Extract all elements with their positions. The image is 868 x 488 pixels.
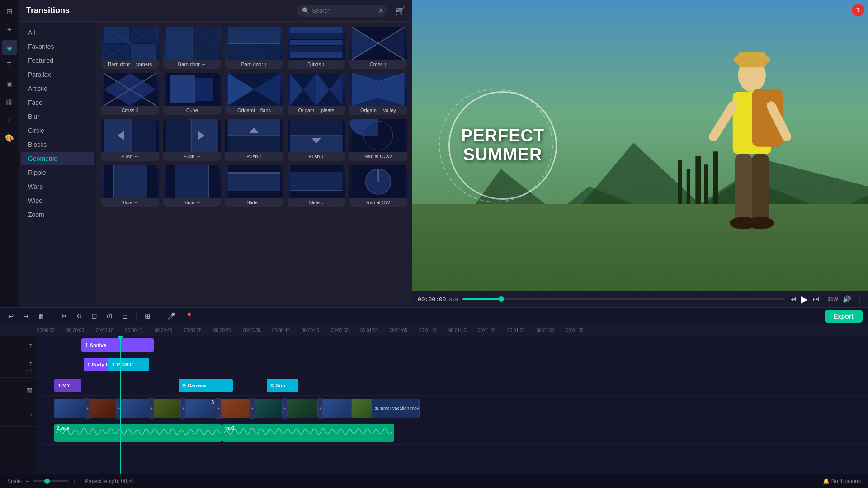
sidebar-icon-audio[interactable]: ♪: [2, 112, 17, 127]
svg-line-4: [130, 43, 156, 60]
cut-button[interactable]: ✂: [59, 310, 70, 322]
search-clear-icon[interactable]: ✕: [378, 6, 384, 15]
help-button[interactable]: ?: [852, 4, 864, 16]
transition-slide1[interactable]: Slide ←: [101, 165, 159, 207]
clip-camera[interactable]: ◎Camera: [179, 379, 233, 392]
transition-blinds[interactable]: Blinds ↕: [288, 27, 345, 69]
transition-marker-4[interactable]: ◈: [181, 398, 185, 419]
category-fade[interactable]: Fade: [21, 96, 94, 109]
transition-push-left[interactable]: Push ←: [101, 119, 159, 161]
category-all[interactable]: All: [21, 26, 94, 39]
transition-push-down[interactable]: Push ↓: [288, 119, 345, 161]
audio-clip-1[interactable]: 2.wav // Generate wave bars inline const…: [54, 424, 222, 442]
progress-thumb[interactable]: [499, 296, 504, 302]
forward-button[interactable]: ⏭: [812, 295, 820, 303]
transition-origami-pleats[interactable]: Origami – pleats: [288, 73, 345, 115]
video-clip-2[interactable]: [90, 399, 117, 418]
overlay-button[interactable]: ⊞: [142, 310, 153, 322]
transition-radial-ccw[interactable]: Radial CCW: [349, 119, 407, 161]
clip-annive[interactable]: T Annive: [81, 338, 154, 352]
transition-slide3[interactable]: Slide ↑: [225, 165, 283, 207]
mic-button[interactable]: 🎤: [165, 310, 179, 322]
clip-perfe[interactable]: TPERFE: [108, 358, 149, 371]
play-button[interactable]: ▶: [801, 294, 808, 305]
rotate-button[interactable]: ↻: [74, 310, 85, 322]
category-zoom[interactable]: Zoom: [21, 208, 94, 221]
video-clip-1[interactable]: [54, 399, 85, 418]
svg-rect-33: [170, 75, 195, 103]
transition-marker-6[interactable]: ◈: [250, 398, 255, 419]
svg-rect-14: [228, 27, 280, 43]
category-blur[interactable]: Blur: [21, 110, 94, 123]
notifications-button[interactable]: 🔔 Notifications: [823, 478, 861, 484]
category-blocks[interactable]: Blocks: [21, 138, 94, 151]
more-options-icon[interactable]: ⋮: [856, 295, 863, 303]
search-input[interactable]: [312, 7, 375, 14]
transition-barn-double[interactable]: Barn door ↔: [163, 27, 221, 69]
category-circle[interactable]: Circle: [21, 124, 94, 137]
transition-marker-7[interactable]: ◈: [283, 398, 287, 419]
volume-icon[interactable]: 🔊: [843, 295, 851, 303]
transition-barn-down[interactable]: Barn door ↕: [225, 27, 283, 69]
sidebar-icon-effects[interactable]: ✦: [2, 22, 17, 37]
category-geometric[interactable]: Geometric: [21, 152, 94, 165]
video-clip-3[interactable]: [121, 399, 149, 418]
category-artistic[interactable]: Artistic: [21, 82, 94, 95]
rewind-button[interactable]: ⏮: [789, 295, 797, 303]
transition-cross2[interactable]: Cross 2: [101, 73, 159, 115]
sidebar-icon-media[interactable]: ▦: [2, 94, 17, 109]
category-wipe[interactable]: Wipe: [21, 194, 94, 207]
sidebar-icon-color[interactable]: 🎨: [2, 130, 17, 145]
video-clip-6[interactable]: [221, 399, 250, 418]
transition-marker-5[interactable]: ◈: [216, 398, 221, 419]
clip-sun[interactable]: ◎Sun: [267, 379, 298, 392]
category-warp[interactable]: Warp: [21, 180, 94, 193]
sidebar-icon-text[interactable]: T: [2, 58, 17, 73]
crop-button[interactable]: ⊡: [89, 310, 100, 322]
transition-push-up[interactable]: Push ↑: [225, 119, 283, 161]
list-button[interactable]: ☰: [119, 310, 131, 322]
transition-marker-8[interactable]: ◈: [318, 398, 322, 419]
transition-cube[interactable]: Cube: [163, 73, 221, 115]
sidebar-icon-grid[interactable]: ⊞: [2, 4, 17, 19]
category-favorites[interactable]: Favorites: [21, 40, 94, 53]
transition-marker-1[interactable]: ◈: [85, 398, 90, 419]
transition-barn-corners[interactable]: Barn door – corners: [101, 27, 159, 69]
export-button[interactable]: Export: [825, 310, 863, 323]
svg-rect-98: [738, 52, 766, 68]
sidebar-icon-filter[interactable]: ◉: [2, 76, 17, 91]
svg-rect-9: [166, 27, 218, 60]
video-clip-5[interactable]: 3: [185, 399, 216, 418]
clip-my[interactable]: TMY: [54, 379, 81, 392]
category-featured[interactable]: Featured: [21, 54, 94, 67]
transition-slide5[interactable]: Radial CW: [349, 165, 407, 207]
transition-slide2[interactable]: Slide →: [163, 165, 221, 207]
scale-increase-icon[interactable]: +: [72, 478, 75, 484]
cart-icon[interactable]: 🛒: [395, 6, 405, 16]
transition-cross1[interactable]: Cross ↕: [349, 27, 407, 69]
transition-origami-valley[interactable]: Origami – valley: [349, 73, 407, 115]
timer-button[interactable]: ⏱: [104, 311, 116, 322]
video-clip-4[interactable]: [154, 399, 181, 418]
progress-bar[interactable]: [462, 298, 785, 300]
location-button[interactable]: 📍: [182, 310, 196, 322]
video-clip-summer[interactable]: summer vacation.mov: [352, 399, 420, 418]
search-bar[interactable]: 🔍 ✕: [297, 5, 387, 17]
undo-button[interactable]: ↩: [5, 310, 17, 322]
transition-push-right[interactable]: Push →: [163, 119, 221, 161]
category-parallax[interactable]: Parallax: [21, 68, 94, 81]
scale-decrease-icon[interactable]: −: [26, 478, 29, 484]
tracks-content[interactable]: T Annive TParty b TPERFE TMY: [36, 336, 868, 474]
transition-slide4[interactable]: Slide ↓: [288, 165, 345, 207]
category-ripple[interactable]: Ripple: [21, 166, 94, 179]
redo-button[interactable]: ↪: [20, 310, 32, 322]
audio-clip-2[interactable]: mp3: [222, 424, 394, 442]
video-clip-7[interactable]: [255, 399, 283, 418]
transition-marker-3[interactable]: ◈: [149, 398, 154, 419]
video-clip-8[interactable]: video: [287, 399, 318, 418]
sidebar-icon-transitions[interactable]: ◈: [2, 40, 17, 55]
delete-button[interactable]: 🗑: [35, 311, 47, 322]
video-clip-9[interactable]: [322, 399, 352, 418]
scale-slider[interactable]: [33, 480, 69, 482]
transition-origami-flaps[interactable]: Origami – flaps: [225, 73, 283, 115]
